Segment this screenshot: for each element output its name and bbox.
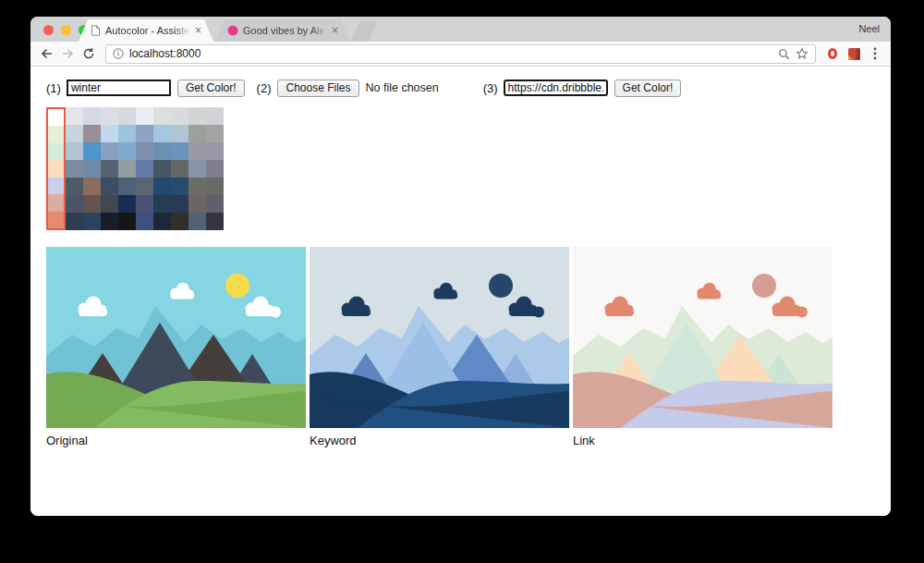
palette-cell[interactable] (118, 177, 136, 195)
palette-cell[interactable] (171, 125, 188, 142)
palette-cell[interactable] (171, 160, 188, 177)
image-url-input[interactable] (504, 80, 608, 96)
palette-cell[interactable] (66, 160, 83, 177)
tab-title: Good vibes by Alex Kunchevsk (243, 25, 327, 36)
palette-cell[interactable] (171, 177, 188, 195)
info-icon[interactable] (113, 48, 124, 59)
color-form: (1) Get Color! (2) Choose Files No file … (46, 79, 891, 97)
palette-cell[interactable] (171, 142, 188, 160)
palette-cell[interactable] (66, 125, 83, 142)
palette-cell[interactable] (66, 213, 83, 230)
back-icon[interactable] (39, 46, 54, 61)
palette-selected-swatch[interactable] (48, 194, 64, 211)
palette-cell[interactable] (136, 195, 153, 213)
palette-cell[interactable] (188, 142, 206, 160)
palette-cell[interactable] (188, 213, 206, 230)
palette-cell[interactable] (83, 213, 101, 230)
palette-cell[interactable] (188, 160, 206, 177)
palette-cell[interactable] (171, 213, 188, 230)
palette-cell[interactable] (118, 142, 136, 160)
palette-cell[interactable] (66, 107, 83, 125)
palette-cell[interactable] (83, 195, 101, 213)
palette-selected-swatch[interactable] (48, 143, 64, 160)
palette-cell[interactable] (136, 177, 153, 195)
palette-cell[interactable] (83, 125, 101, 142)
menu-dots-icon[interactable] (868, 46, 882, 61)
forward-icon[interactable] (60, 46, 75, 61)
palette-cell[interactable] (153, 142, 171, 160)
palette-cell[interactable] (206, 177, 224, 195)
palette-cell[interactable] (206, 160, 224, 177)
new-tab-button[interactable] (351, 21, 377, 42)
palette-cell[interactable] (136, 125, 153, 142)
link-image (573, 247, 833, 428)
palette-selected-swatch[interactable] (48, 160, 64, 177)
close-window-button[interactable] (43, 25, 54, 35)
palette-cell[interactable] (118, 160, 136, 177)
palette-cell[interactable] (188, 195, 206, 213)
get-color-keyword-button[interactable]: Get Color! (177, 80, 245, 97)
palette-cell[interactable] (188, 107, 206, 125)
url-text[interactable]: localhost:8000 (129, 47, 772, 60)
tab-dribbble[interactable]: Good vibes by Alex Kunchevsk × (215, 19, 350, 42)
palette-cell[interactable] (136, 213, 153, 230)
minimize-window-button[interactable] (61, 25, 71, 35)
palette-cell[interactable] (66, 142, 83, 160)
reload-icon[interactable] (81, 46, 96, 61)
tab-autocolor[interactable]: Autocolor - Assisted coloring e × (79, 19, 213, 42)
palette-cell[interactable] (153, 177, 171, 195)
palette-cell[interactable] (118, 125, 136, 142)
palette-cell[interactable] (118, 213, 136, 230)
palette-selected-swatch[interactable] (48, 126, 64, 142)
bookmark-star-icon[interactable] (796, 47, 808, 60)
palette-cell[interactable] (118, 195, 136, 213)
palette-cell[interactable] (101, 195, 118, 213)
palette-cell[interactable] (206, 213, 224, 230)
palette-cell[interactable] (66, 177, 83, 195)
palette-cell[interactable] (171, 107, 188, 125)
palette-cell[interactable] (101, 177, 118, 195)
palette-cell[interactable] (101, 107, 118, 125)
palette-selected-swatch[interactable] (48, 109, 64, 126)
extension-square-icon[interactable] (846, 46, 861, 61)
palette-cell[interactable] (206, 125, 224, 142)
palette-cell[interactable] (83, 177, 101, 195)
palette-cell[interactable] (118, 107, 136, 125)
palette-cell[interactable] (206, 142, 224, 160)
palette-cell[interactable] (83, 107, 101, 125)
palette-cell[interactable] (153, 107, 171, 125)
dribbble-icon (227, 25, 238, 36)
palette-cell[interactable] (101, 160, 118, 177)
get-color-url-button[interactable]: Get Color! (614, 80, 682, 97)
palette-cell[interactable] (136, 142, 153, 160)
palette-cell[interactable] (153, 213, 171, 230)
link-label: Link (573, 434, 833, 447)
palette-cell[interactable] (101, 142, 118, 160)
palette-cell[interactable] (136, 107, 153, 125)
palette-cell[interactable] (66, 195, 83, 213)
palette-cell[interactable] (153, 195, 171, 213)
palette-cell[interactable] (83, 142, 101, 160)
palette-cell[interactable] (101, 125, 118, 142)
palette-cell[interactable] (153, 125, 171, 142)
palette-cell[interactable] (136, 160, 153, 177)
profile-name[interactable]: Neel (858, 23, 880, 34)
tab-close-icon[interactable]: × (332, 25, 338, 36)
palette-cell[interactable] (206, 195, 224, 213)
palette-cell[interactable] (188, 177, 206, 195)
palette-cell[interactable] (83, 160, 101, 177)
palette-cell[interactable] (206, 107, 224, 125)
choose-files-button[interactable]: Choose Files (277, 80, 359, 97)
palette-cell[interactable] (101, 213, 118, 230)
palette-cell[interactable] (188, 125, 206, 142)
tab-close-icon[interactable]: × (195, 25, 201, 36)
palette-cell[interactable] (153, 160, 171, 177)
palette-cell[interactable] (171, 195, 188, 213)
color-palette (46, 107, 224, 230)
palette-selected-swatch[interactable] (48, 212, 64, 228)
zoom-icon[interactable] (778, 48, 790, 60)
extension-ring-icon[interactable] (825, 46, 840, 61)
keyword-input[interactable] (67, 80, 171, 96)
address-bar[interactable]: localhost:8000 (105, 44, 816, 64)
palette-selected-swatch[interactable] (48, 177, 64, 194)
